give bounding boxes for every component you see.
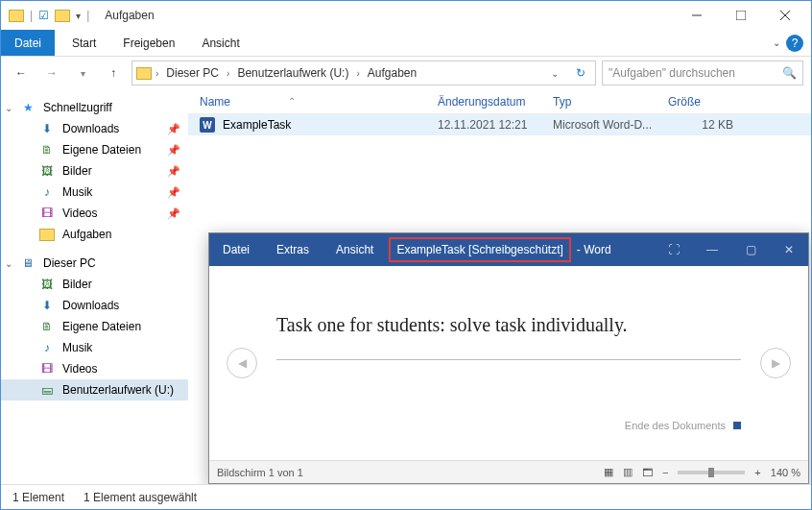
sidebar-quick-access[interactable]: ⌄ ★ Schnellzugriff	[1, 97, 188, 118]
word-tab-view[interactable]: Ansicht	[322, 233, 387, 266]
sidebar-item-downloads[interactable]: ⬇Downloads	[1, 295, 188, 316]
document-rule	[276, 359, 741, 360]
qat-sep: |	[30, 9, 33, 22]
back-button[interactable]: ←	[9, 61, 34, 85]
sidebar-label: Bilder	[62, 278, 92, 291]
checkbox-icon[interactable]: ☑	[38, 9, 49, 22]
zoom-out-button[interactable]: −	[662, 467, 668, 478]
documents-icon: 🗎	[39, 142, 55, 158]
address-end: ⌄ ↻	[545, 66, 591, 80]
sidebar-label: Eigene Dateien	[62, 143, 141, 157]
sidebar-item-videos[interactable]: 🎞Videos	[1, 358, 188, 379]
word-minimize-button[interactable]: —	[693, 233, 731, 266]
word-tab-extras[interactable]: Extras	[263, 233, 322, 266]
file-name-cell: W ExampleTask	[188, 117, 438, 133]
tab-file[interactable]: Datei	[1, 30, 55, 56]
sidebar-item-documents[interactable]: 🗎Eigene Dateien📌	[1, 139, 188, 160]
forward-button[interactable]: →	[39, 61, 64, 85]
word-document-title-highlight: ExampleTask [Schreibgeschützt]	[389, 237, 570, 262]
file-date: 12.11.2021 12:21	[438, 118, 553, 132]
explorer-status-bar: 1 Element 1 Element ausgewählt	[1, 484, 812, 509]
word-fullscreen-button[interactable]: ⛶	[655, 233, 693, 266]
print-layout-icon[interactable]: ▥	[623, 466, 633, 478]
prev-page-button[interactable]: ◀	[227, 348, 257, 378]
sidebar-this-pc[interactable]: ⌄ 🖥 Dieser PC	[1, 253, 188, 274]
read-mode-icon[interactable]: ▦	[604, 466, 613, 478]
sidebar-label: Bilder	[62, 164, 92, 178]
sidebar-item-music[interactable]: ♪Musik📌	[1, 182, 188, 203]
pictures-icon: 🖼	[39, 163, 55, 179]
word-maximize-button[interactable]: ▢	[731, 233, 770, 266]
ribbon-tabs: Datei Start Freigeben Ansicht ⌄ ?	[1, 30, 811, 57]
word-window: Datei Extras Ansicht ExampleTask [Schrei…	[208, 232, 809, 484]
folder-icon[interactable]	[55, 8, 70, 23]
zoom-in-button[interactable]: +	[754, 467, 760, 478]
document-end-label: Ende des Dokuments	[625, 420, 726, 431]
chevron-right-icon[interactable]: ›	[227, 68, 229, 79]
file-size: 12 KB	[668, 118, 745, 132]
breadcrumb[interactable]: Benutzerlaufwerk (U:)	[233, 66, 352, 80]
sidebar-item-downloads[interactable]: ⬇Downloads📌	[1, 118, 188, 139]
column-date[interactable]: Änderungsdatum	[438, 95, 553, 109]
expand-icon[interactable]: ⌄	[5, 258, 12, 269]
sidebar-label: Musik	[62, 185, 92, 199]
zoom-level[interactable]: 140 %	[771, 467, 800, 478]
videos-icon: 🎞	[39, 206, 55, 221]
word-title-suffix: - Word	[573, 243, 615, 256]
word-page-indicator[interactable]: Bildschirm 1 von 1	[217, 467, 303, 478]
chevron-right-icon[interactable]: ›	[155, 68, 158, 79]
sidebar-item-aufgaben[interactable]: Aufgaben	[1, 224, 188, 245]
qat-dropdown-icon[interactable]: ▾	[76, 11, 81, 21]
file-row[interactable]: W ExampleTask 12.11.2021 12:21 Microsoft…	[188, 114, 811, 135]
sidebar-item-videos[interactable]: 🎞Videos📌	[1, 203, 188, 224]
sidebar-item-drive-u[interactable]: 🖴Benutzerlaufwerk (U:)	[1, 379, 188, 401]
pin-icon: 📌	[167, 165, 180, 178]
history-dropdown[interactable]: ▾	[70, 61, 95, 85]
help-icon[interactable]: ?	[786, 35, 803, 52]
web-layout-icon[interactable]: 🗔	[642, 467, 653, 478]
ribbon-expand-icon[interactable]: ⌄	[773, 37, 780, 48]
file-type: Microsoft Word-D...	[553, 118, 668, 132]
chevron-right-icon[interactable]: ›	[356, 68, 359, 79]
next-page-button[interactable]: ▶	[760, 348, 791, 378]
address-bar[interactable]: › Dieser PC › Benutzerlaufwerk (U:) › Au…	[131, 61, 596, 85]
sidebar-label: Schnellzugriff	[43, 101, 112, 114]
word-document-body[interactable]: ◀ ▶ Task one for students: solve task in…	[209, 266, 808, 460]
breadcrumb[interactable]: Aufgaben	[364, 66, 420, 80]
tab-share[interactable]: Freigeben	[109, 30, 188, 56]
column-name[interactable]: Name⌃	[188, 95, 438, 109]
refresh-icon[interactable]: ↻	[570, 66, 591, 80]
sidebar-item-documents[interactable]: 🗎Eigene Dateien	[1, 316, 188, 337]
nav-row: ← → ▾ ↑ › Dieser PC › Benutzerlaufwerk (…	[1, 57, 811, 89]
explorer-title-bar: | ☑ ▾ | Aufgaben	[1, 1, 811, 30]
tab-view[interactable]: Ansicht	[188, 30, 252, 56]
sidebar-item-music[interactable]: ♪Musik	[1, 337, 188, 358]
sidebar-item-pictures[interactable]: 🖼Bilder	[1, 274, 188, 295]
music-icon: ♪	[39, 184, 55, 200]
breadcrumb[interactable]: Dieser PC	[162, 66, 223, 80]
maximize-button[interactable]	[719, 1, 763, 30]
drive-icon: 🖴	[39, 382, 55, 398]
quick-access-toolbar: | ☑ ▾ |	[5, 8, 89, 23]
qat-sep: |	[86, 9, 89, 22]
close-button[interactable]	[763, 1, 807, 30]
sidebar-item-pictures[interactable]: 🖼Bilder📌	[1, 160, 188, 182]
column-type[interactable]: Typ	[553, 95, 668, 109]
quick-access-group: ⌄ ★ Schnellzugriff ⬇Downloads📌 🗎Eigene D…	[1, 97, 188, 245]
folder-icon	[136, 65, 152, 81]
search-box[interactable]: "Aufgaben" durchsuchen 🔍	[602, 61, 803, 85]
file-name: ExampleTask	[223, 118, 291, 132]
column-label: Name	[200, 95, 230, 109]
column-size[interactable]: Größe	[668, 95, 745, 109]
column-headers: Name⌃ Änderungsdatum Typ Größe	[188, 89, 811, 114]
minimize-button[interactable]	[675, 1, 719, 30]
expand-icon[interactable]: ⌄	[5, 103, 12, 113]
sidebar-label: Dieser PC	[43, 256, 96, 270]
zoom-slider[interactable]	[678, 471, 745, 474]
word-close-button[interactable]: ✕	[770, 233, 808, 266]
tab-start[interactable]: Start	[59, 30, 109, 56]
up-button[interactable]: ↑	[101, 61, 126, 85]
address-dropdown-icon[interactable]: ⌄	[545, 68, 564, 79]
pc-icon: 🖥	[20, 255, 36, 271]
word-tab-file[interactable]: Datei	[209, 233, 263, 266]
